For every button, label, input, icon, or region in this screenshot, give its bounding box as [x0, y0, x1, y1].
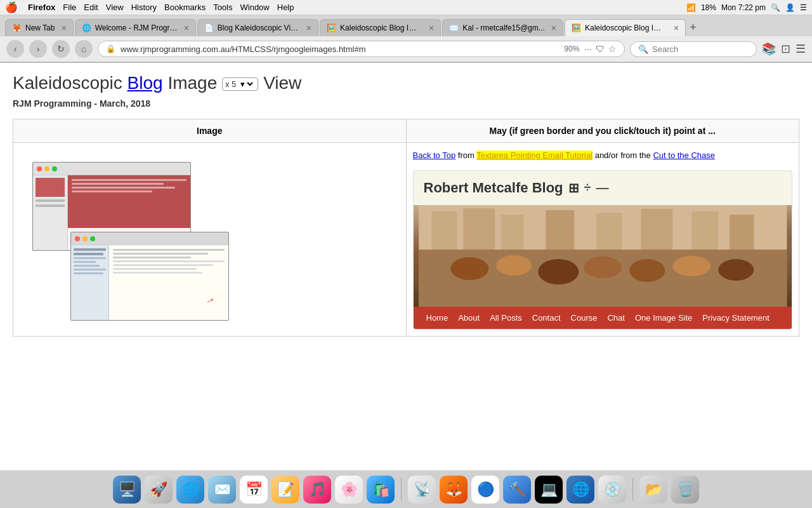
dock-finder[interactable]: 🖥️: [113, 476, 141, 504]
svg-point-8: [718, 259, 754, 281]
blog-grid-icon: ⊞: [568, 180, 579, 196]
tab-6-favicon: 🖼️: [572, 23, 581, 32]
menu-open-icon[interactable]: ☰: [796, 42, 806, 56]
reload-button[interactable]: ↻: [52, 40, 70, 58]
dock-appstore[interactable]: 🛍️: [367, 476, 395, 504]
back-to-top-link[interactable]: Back to Top: [413, 150, 456, 160]
dock-calendar[interactable]: 📅: [240, 476, 268, 504]
tannery-image-svg: [414, 205, 792, 307]
blog-title-text: Robert Metcalfe Blog: [424, 180, 563, 196]
browser-chrome: 🦊 New Tab × 🌐 Welcome - RJM Progra... × …: [0, 15, 812, 63]
tab-2-close[interactable]: ×: [184, 23, 189, 33]
more-options-icon[interactable]: ···: [584, 44, 592, 54]
dock-recents[interactable]: 📂: [639, 476, 667, 504]
bookmarks-library-icon[interactable]: 📚: [762, 42, 776, 56]
menu-help[interactable]: Help: [277, 3, 294, 12]
svg-point-5: [584, 257, 622, 278]
dock-launchpad[interactable]: 🚀: [145, 476, 173, 504]
nav-home[interactable]: Home: [421, 312, 454, 324]
tab-bar: 🦊 New Tab × 🌐 Welcome - RJM Progra... × …: [0, 15, 812, 36]
back-button[interactable]: ‹: [6, 40, 24, 58]
tab-6-active[interactable]: 🖼️ Kaleidoscopic Blog Ima... ×: [565, 19, 686, 36]
dock-trash[interactable]: 🗑️: [671, 476, 699, 504]
textarea-tutorial-link: Textarea Pointing Email Tutorial: [476, 150, 593, 160]
tab-5-close[interactable]: ×: [551, 23, 556, 33]
tab-1[interactable]: 🦊 New Tab ×: [5, 19, 74, 36]
info-cell: Back to Top from Textarea Pointing Email…: [406, 143, 799, 337]
nav-about[interactable]: About: [453, 312, 485, 324]
dock-firefox[interactable]: 🦊: [440, 476, 468, 504]
badge-select[interactable]: ▾: [238, 79, 255, 90]
svg-point-3: [496, 255, 532, 276]
dock-notes[interactable]: 📝: [272, 476, 299, 504]
blog-preview: Robert Metcalfe Blog ⊞ ÷ —: [413, 170, 793, 330]
menu-file[interactable]: File: [63, 3, 76, 12]
clock: Mon 7:22 pm: [721, 3, 766, 12]
dock-chrome[interactable]: 🔵: [471, 476, 499, 504]
dock-mail[interactable]: ✉️: [208, 476, 236, 504]
title-badge[interactable]: x 5 ▾: [222, 77, 258, 91]
nav-course[interactable]: Course: [566, 312, 603, 324]
dock-photos[interactable]: 🌸: [335, 476, 363, 504]
dock-terminal[interactable]: 💻: [535, 476, 563, 504]
search-bar[interactable]: 🔍: [630, 41, 757, 57]
main-table: Image May (if green border and you click…: [13, 119, 799, 337]
search-input[interactable]: [652, 44, 749, 54]
home-button[interactable]: ⌂: [75, 40, 93, 58]
sidebar-toggle-icon[interactable]: ⊡: [781, 42, 790, 56]
col-image-header: Image: [13, 119, 407, 143]
url-bar[interactable]: 🔒 www.rjmprogramming.com.au/HTMLCSS/rjmg…: [98, 41, 625, 57]
search-magnifier-icon: 🔍: [638, 44, 648, 54]
dock-itunes[interactable]: 🎵: [303, 476, 331, 504]
tab-2-title: Welcome - RJM Progra...: [95, 23, 178, 32]
blog-image-inner: [414, 205, 792, 307]
tab-5[interactable]: ✉️ Kal - rmetcalfe15@gm... ×: [442, 19, 563, 36]
dock-wp[interactable]: 🌐: [566, 476, 594, 504]
title-image: Image: [163, 73, 218, 93]
tab-6-close[interactable]: ×: [674, 23, 679, 33]
menu-bookmarks[interactable]: Bookmarks: [164, 3, 206, 12]
nav-privacy[interactable]: Privacy Statement: [697, 312, 775, 324]
url-text: www.rjmprogramming.com.au/HTMLCSS/rjmgoo…: [121, 44, 559, 54]
title-view: View: [263, 73, 301, 93]
new-tab-button[interactable]: +: [690, 21, 697, 34]
menu-view[interactable]: View: [106, 3, 124, 12]
cut-to-chase-link[interactable]: Cut to the Chase: [653, 150, 715, 160]
col-info-header: May (if green border and you click/touch…: [406, 119, 799, 143]
svg-rect-10: [431, 211, 457, 250]
apple-menu[interactable]: 🍎: [5, 1, 18, 13]
from-text: from: [458, 150, 476, 160]
badge-x-label: x 5: [225, 79, 236, 89]
nav-chat[interactable]: Chat: [602, 312, 629, 324]
tab-2[interactable]: 🌐 Welcome - RJM Progra... ×: [75, 19, 196, 36]
nav-contact[interactable]: Contact: [527, 312, 566, 324]
menu-window[interactable]: Window: [240, 3, 270, 12]
bookmark-star-icon[interactable]: ☆: [608, 44, 617, 54]
title-blog-link[interactable]: Blog: [128, 73, 163, 93]
menu-history[interactable]: History: [131, 3, 157, 12]
menu-edit[interactable]: Edit: [84, 3, 98, 12]
tab-3[interactable]: 📄 Blog Kaleidoscopic Vie... ×: [197, 19, 318, 36]
app-name[interactable]: Firefox: [28, 3, 55, 12]
nav-one-image-site[interactable]: One Image Site: [630, 312, 697, 324]
tab-3-close[interactable]: ×: [306, 23, 311, 33]
search-icon[interactable]: 🔍: [771, 3, 780, 12]
menu-extras-icon[interactable]: ☰: [800, 3, 807, 12]
svg-point-2: [450, 257, 488, 280]
dock-filezilla[interactable]: 📡: [408, 476, 436, 504]
lock-icon: 🔒: [106, 44, 115, 53]
bookmark-check-icon[interactable]: 🛡: [596, 44, 605, 54]
nav-all-posts[interactable]: All Posts: [485, 312, 527, 324]
battery-status: 18%: [701, 3, 716, 12]
dock-xcode[interactable]: 🔨: [503, 476, 531, 504]
user-icon[interactable]: 👤: [785, 3, 795, 12]
dock-safari[interactable]: 🌐: [176, 476, 204, 504]
blog-preview-header: Robert Metcalfe Blog ⊞ ÷ —: [414, 171, 792, 205]
tab-4-close[interactable]: ×: [429, 23, 434, 33]
tab-1-close[interactable]: ×: [61, 23, 66, 33]
dock-disk[interactable]: 💿: [598, 476, 626, 504]
menu-tools[interactable]: Tools: [213, 3, 232, 12]
tab-4-title: Kaleidoscopic Blog Ima...: [340, 23, 422, 32]
forward-button[interactable]: ›: [29, 40, 47, 58]
tab-4[interactable]: 🖼️ Kaleidoscopic Blog Ima... ×: [320, 19, 441, 36]
